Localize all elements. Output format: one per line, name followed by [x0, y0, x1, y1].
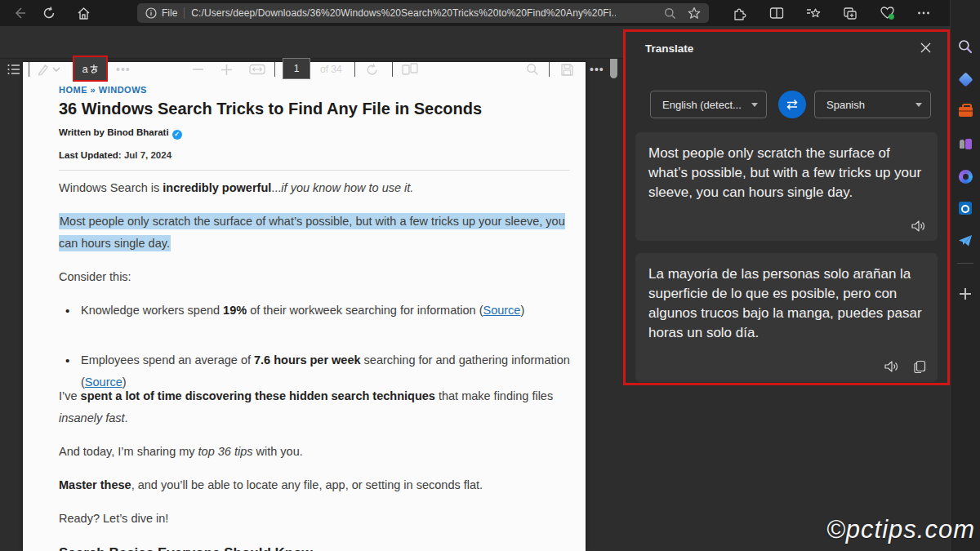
paragraph-techniques: I’ve spent a lot of time discovering the… — [59, 385, 570, 429]
paragraph-today: And today, I’m sharing my top 36 tips wi… — [59, 441, 570, 463]
settings-menu-icon[interactable] — [915, 5, 932, 21]
fit-to-width-icon[interactable] — [249, 60, 265, 78]
list-item: Knowledge workers spend 19% of their wor… — [59, 300, 570, 322]
sidebar-drop-icon[interactable] — [956, 231, 975, 251]
paragraph-ready: Ready? Let’s dive in! — [59, 508, 570, 530]
page-number-input[interactable]: 1 — [283, 58, 310, 79]
close-icon[interactable] — [920, 42, 933, 55]
copy-icon[interactable] — [914, 360, 926, 374]
paragraph-consider: Consider this: — [59, 266, 570, 288]
translated-text-card: La mayoría de las personas solo arañan l… — [635, 253, 938, 382]
translated-text: La mayoría de las personas solo arañan l… — [648, 266, 922, 340]
toolbar-separator — [354, 62, 355, 77]
pdf-scrollbar[interactable] — [608, 28, 621, 551]
rotate-icon[interactable] — [365, 60, 379, 78]
edge-sidebar — [950, 0, 980, 551]
chevron-down-icon — [751, 103, 758, 107]
browser-topbar: File C:/Users/deep/Downloads/36%20Window… — [0, 0, 980, 26]
verified-badge-icon: ✓ — [172, 130, 182, 140]
favorite-star-icon[interactable] — [688, 7, 701, 20]
watermark: ©pctips.com — [826, 515, 975, 544]
zoom-search-icon[interactable] — [664, 7, 676, 20]
zoom-out-icon[interactable] — [193, 60, 203, 78]
browser-window: File C:/Users/deep/Downloads/36%20Window… — [0, 0, 980, 551]
sidebar-customize-icon[interactable] — [956, 284, 975, 304]
swap-languages-button[interactable] — [778, 91, 806, 118]
home-icon[interactable] — [75, 5, 91, 21]
file-scheme-label: File — [162, 7, 177, 19]
source-language-dropdown[interactable]: English (detect... — [650, 91, 767, 118]
last-updated: Last Updated: Jul 7, 2024 — [59, 149, 570, 162]
sidebar-divider — [957, 263, 973, 264]
target-language-dropdown[interactable]: Spanish — [814, 91, 931, 118]
toolbar-separator — [392, 62, 393, 77]
refresh-icon[interactable] — [41, 5, 57, 21]
favorites-bar-icon[interactable] — [805, 5, 822, 21]
source-text: Most people only scratch the surface of … — [648, 145, 921, 200]
zoom-in-icon[interactable] — [221, 60, 232, 78]
read-aloud-icon[interactable] — [884, 360, 899, 374]
breadcrumb-windows-link[interactable]: WINDOWS — [99, 85, 147, 95]
translate-latin-a: a — [82, 63, 87, 75]
split-screen-icon[interactable] — [768, 5, 785, 21]
toolbar-separator — [29, 62, 29, 77]
page-view-icon[interactable] — [402, 60, 418, 78]
toolbar-separator — [274, 62, 275, 77]
breadcrumb-separator: » — [91, 85, 96, 95]
find-in-document-icon[interactable] — [526, 60, 539, 78]
collections-icon[interactable] — [842, 5, 858, 21]
sidebar-m365-icon[interactable] — [956, 167, 975, 186]
read-aloud-icon[interactable] — [911, 220, 926, 233]
translate-hiragana-a — [89, 64, 99, 74]
sidebar-shopping-icon[interactable] — [956, 69, 975, 89]
pen-dropdown-chevron-icon[interactable] — [52, 60, 60, 78]
article-byline: Written by Binod Bharati✓ — [59, 126, 570, 140]
chevron-down-icon — [915, 103, 922, 107]
page-info-icon[interactable] — [145, 7, 157, 19]
paragraph-intro: Windows Search is incredibly powerful...… — [59, 177, 570, 199]
clipped-section-heading: Search Basics Everyone Should Know — [59, 542, 570, 551]
draw-pen-icon[interactable] — [36, 60, 50, 78]
translate-button[interactable]: a — [73, 56, 108, 82]
breadcrumb-home-link[interactable]: HOME — [59, 85, 87, 95]
pdf-more-icon[interactable]: ••• — [590, 60, 604, 78]
translate-panel: Translate English (detect... Spanish Mos… — [623, 29, 950, 385]
sidebar-games-icon[interactable] — [956, 134, 975, 153]
toolbar-separator — [549, 62, 550, 77]
article-title: 36 Windows Search Tricks to Find Any Fil… — [59, 98, 570, 119]
table-of-contents-icon[interactable] — [7, 60, 21, 78]
save-icon[interactable] — [560, 60, 574, 78]
sidebar-outlook-icon[interactable] — [956, 198, 975, 218]
page-count-label: of 34 — [320, 64, 342, 75]
sidebar-tools-icon[interactable] — [956, 102, 975, 122]
browser-essentials-icon[interactable] — [879, 5, 895, 21]
divider-rule — [59, 170, 570, 171]
source-link[interactable]: Source — [483, 304, 520, 317]
text-selection-highlight: Most people only scratch the surface of … — [59, 213, 565, 251]
url-text[interactable]: C:/Users/deep/Downloads/36%20Windows%20S… — [191, 7, 616, 19]
extensions-icon[interactable] — [732, 5, 748, 21]
translate-panel-title: Translate — [645, 42, 693, 55]
pdf-page: HOME » WINDOWS 36 Windows Search Tricks … — [23, 62, 586, 551]
paragraph-highlighted: Most people only scratch the surface of … — [59, 211, 570, 255]
toolbar-more-icon[interactable]: ••• — [116, 60, 131, 78]
address-bar[interactable]: File C:/Users/deep/Downloads/36%20Window… — [137, 3, 709, 23]
address-separator — [184, 7, 185, 19]
back-icon[interactable] — [11, 5, 28, 21]
source-text-card: Most people only scratch the surface of … — [635, 132, 938, 241]
sidebar-search-icon[interactable] — [956, 37, 975, 56]
paragraph-master: Master these, and you’ll be able to loca… — [59, 474, 570, 496]
